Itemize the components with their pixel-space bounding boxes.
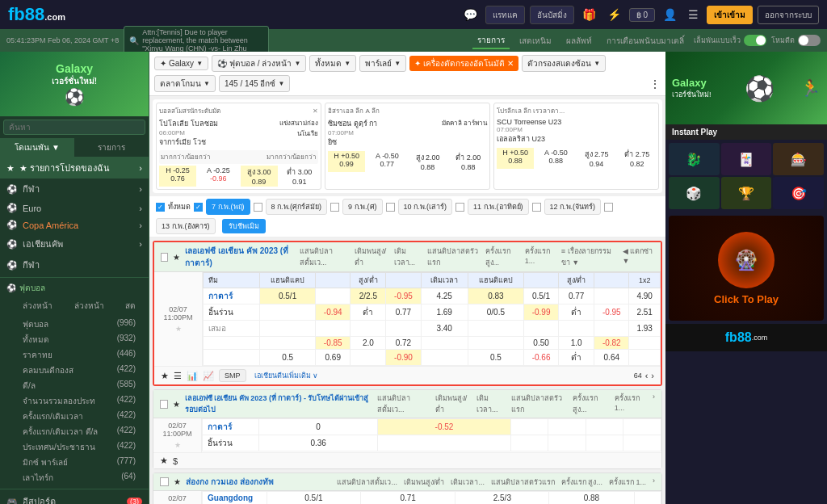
register-button[interactable]: ออกจากระบบ	[758, 6, 819, 24]
tab-live[interactable]: เสดเหนิม	[514, 33, 556, 48]
casino-banner[interactable]: 🎡 Click To Play	[669, 216, 824, 321]
hk-h-v3[interactable]: 2.5/3	[455, 492, 549, 505]
odds-fh-ou-away[interactable]: -0.95	[594, 304, 629, 321]
display-dropdown[interactable]: ตัวกรองสแดงซ้อน ▼	[522, 55, 606, 72]
date1-checkbox[interactable]: ✓	[194, 203, 203, 212]
count-dropdown[interactable]: 145 / 145 อีกซ์ ▼	[219, 75, 290, 92]
date-btn-5[interactable]: 11 ก.พ.(อาทิตย์)	[468, 199, 529, 215]
sidebar-sub-all[interactable]: ล่วงหน้า ล่วงหน้า สด	[6, 298, 142, 313]
toggle-switch-control[interactable]	[744, 35, 766, 46]
odds-goal-away[interactable]: 1.69	[421, 304, 468, 321]
card2-over-btn[interactable]: สูง 2.00 0.88	[409, 151, 447, 172]
date5-checkbox[interactable]	[455, 203, 464, 212]
hk-checkbox[interactable]	[160, 477, 169, 486]
card2-a-btn[interactable]: A -0.50 0.77	[368, 151, 405, 172]
sidebar-item-euro[interactable]: ⚽ Euro ›	[0, 200, 149, 216]
card2-under-btn[interactable]: ต่ำ 2.00 0.88	[450, 151, 487, 172]
card2-h-btn[interactable]: H +0.50 0.99	[328, 151, 365, 172]
date-btn-6[interactable]: 12 ก.พ.(จันทร์)	[544, 199, 602, 215]
hk-h-v4[interactable]: 0.88	[549, 492, 634, 505]
user-icon[interactable]: 👤	[660, 8, 680, 21]
extra2-v4[interactable]: 0.5	[468, 350, 523, 366]
afc2-star[interactable]: ★	[173, 400, 180, 409]
afc-checkbox[interactable]	[161, 253, 168, 262]
card3-over-btn[interactable]: สูง 2.75 0.94	[578, 148, 615, 169]
smp-button[interactable]: SMP	[219, 369, 246, 382]
chat-icon[interactable]: 💬	[460, 8, 481, 21]
odds-hdc-away[interactable]	[260, 304, 316, 321]
card3-under-btn[interactable]: ต่ำ 2.75 0.82	[619, 148, 656, 169]
extra2-v2[interactable]: 0.69	[316, 350, 351, 366]
sidebar-count-price[interactable]: ราคาทย (446)	[6, 347, 142, 363]
market-dropdown[interactable]: ตลาดโกมน ▼	[154, 75, 216, 92]
sidebar-count-outright[interactable]: เลาไทร์ก (64)	[6, 470, 142, 485]
date-btn-1[interactable]: 7 ก.พ.(พฤ)	[206, 199, 250, 215]
extra1-v2[interactable]: 2.0	[351, 337, 386, 350]
sidebar-item-favorites[interactable]: ★ ★ รายการโปรดของฉัน ›	[0, 158, 149, 178]
odds-fh-1x2-home[interactable]: 4.90	[629, 288, 661, 304]
odds-draw-goal[interactable]: 3.40	[421, 321, 468, 337]
extra1-v1[interactable]: -0.85	[316, 337, 351, 350]
footer-chart-icon[interactable]: 📊	[187, 371, 198, 381]
afc2-expand[interactable]: ›	[653, 393, 655, 415]
prev-page-btn[interactable]: ‹	[645, 371, 649, 380]
card1-close[interactable]: ✕	[313, 107, 318, 115]
lightning-icon[interactable]: ⚡	[604, 8, 624, 21]
tag-close-icon[interactable]: ✕	[507, 59, 514, 68]
odds-ou-home[interactable]: -0.95	[386, 288, 421, 304]
sidebar-item-sports2[interactable]: ⚽ กีฬา	[0, 254, 149, 275]
sidebar-count-first[interactable]: ครั้งแรก/เดิมเวลา (422)	[6, 409, 142, 424]
auto-filter-tag[interactable]: ✦ เครื่องตัดกรองอัตโนมัติ ✕	[409, 56, 518, 71]
sidebar-count-all[interactable]: ฟุตบอล (996)	[6, 317, 142, 332]
card1-under-btn[interactable]: ต่ำ 3.00 0.91	[281, 166, 318, 187]
odds-draw-1x2[interactable]: 1.93	[629, 321, 661, 337]
date-btn-7[interactable]: 13 ก.พ.(อังคาร)	[156, 218, 216, 234]
login-button[interactable]: เข้าเข้าม	[707, 6, 753, 24]
afc2-h-v1[interactable]: 0	[259, 419, 378, 435]
sidebar-count-mix[interactable]: มิกซ์ พาร์เลย์ (777)	[6, 455, 142, 470]
odds-hdc-val-away[interactable]: -0.94	[316, 304, 351, 321]
odds-fh-ou-home[interactable]	[594, 288, 629, 304]
sport-dropdown[interactable]: ⚽ ฟุตบอล / ล่วงหน้า ▼	[212, 55, 306, 72]
extra2-v3[interactable]: -0.90	[386, 350, 421, 366]
card3-a-btn[interactable]: A -0.50 0.88	[537, 148, 574, 169]
tab-alerts[interactable]: การเตือนพนันบมาเตลิ์	[602, 33, 689, 48]
odds-fh-line-home[interactable]: 0.77	[559, 288, 594, 304]
odds-fh-val-away[interactable]: -0.99	[524, 304, 559, 321]
card1-over-btn[interactable]: สูง 3.00 0.89	[241, 166, 278, 187]
tab-history[interactable]: รายการ	[472, 32, 510, 49]
odds-ou-away[interactable]: 0.77	[386, 304, 421, 321]
sidebar-search-input[interactable]	[3, 120, 145, 135]
game-1[interactable]: 🐉	[669, 143, 720, 175]
sidebar-count-hl[interactable]: ดี/ล (585)	[6, 378, 142, 393]
date-btn-3[interactable]: 9 ก.พ.(ศ)	[342, 199, 383, 215]
expand-icon[interactable]: ⋮	[649, 78, 661, 90]
expand-icon2[interactable]: ◀ แตกซ่า ▼	[623, 246, 654, 268]
all-dropdown[interactable]: ทั้งหมด ▼	[309, 55, 356, 72]
nav-promo[interactable]: อันบัสมิ่ง	[530, 6, 574, 24]
sidebar-item-copa[interactable]: ⚽ Copa América ›	[0, 216, 149, 233]
date-btn-4[interactable]: 10 ก.พ.(เสาร์)	[398, 199, 453, 215]
sidebar-item-esports[interactable]: 🎮 อีสปอร์ต (3)	[0, 491, 149, 504]
odds-fh-line-away[interactable]: ต่ำ	[559, 304, 594, 321]
sidebar-count-first-hl[interactable]: ครั้งแรก/เดิมเวลา ดี/ล (422)	[6, 424, 142, 439]
hk-h-v2[interactable]: 0.71	[360, 492, 455, 505]
tab-results[interactable]: ผลลัพท์	[561, 33, 597, 48]
afc2-checkbox[interactable]	[160, 400, 168, 409]
sidebar-item-sports[interactable]: ⚽ กีฬา ›	[0, 178, 149, 200]
afc2-footer-dollar[interactable]: $	[173, 456, 178, 466]
extra1-v5[interactable]: 1.0	[559, 337, 594, 350]
odds-hdc-val-home[interactable]	[316, 288, 351, 304]
footer-list-icon[interactable]: ☰	[174, 371, 182, 381]
mode-toggle-control[interactable]	[798, 35, 821, 46]
sidebar-count-all2[interactable]: ทั้งหมด (932)	[6, 332, 142, 347]
afc2-a-v1[interactable]: 0.36	[259, 435, 378, 452]
sort-icon[interactable]: ≡ เรื่องลายกรรมขา ▼	[561, 246, 616, 268]
extra2-v1[interactable]: 0.5	[260, 350, 316, 366]
date4-checkbox[interactable]	[386, 203, 395, 212]
date-btn-2[interactable]: 8 ก.พ.(ศุกร์สมัย)	[266, 199, 328, 215]
footer-star[interactable]: ★	[161, 371, 169, 381]
afc-star2[interactable]: ★	[175, 325, 182, 333]
afc2-h-v2[interactable]: -0.52	[378, 419, 510, 435]
game-3[interactable]: 🎰	[773, 143, 824, 175]
